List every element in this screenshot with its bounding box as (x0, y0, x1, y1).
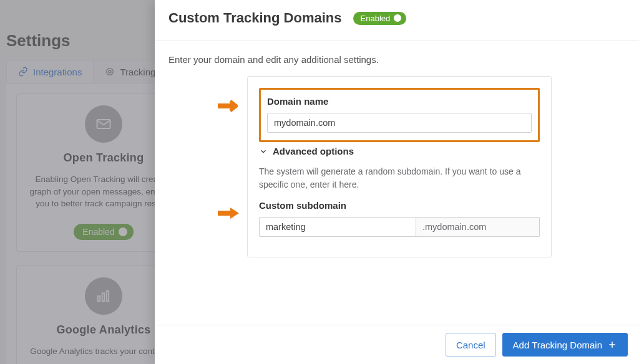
custom-subdomain-label: Custom subdomain (259, 200, 540, 211)
add-tracking-domain-button[interactable]: Add Tracking Domain (502, 333, 628, 357)
svg-rect-6 (218, 103, 235, 108)
callout-arrow-icon (218, 99, 243, 113)
domain-name-label: Domain name (267, 96, 532, 107)
highlight-domain-name: Domain name (259, 88, 540, 142)
subdomain-row: .mydomain.com (259, 217, 540, 237)
modal-footer: Cancel Add Tracking Domain (155, 325, 639, 364)
modal-intro-text: Enter your domain and edit any additiona… (168, 54, 625, 65)
svg-rect-7 (218, 211, 235, 216)
advanced-options-label: Advanced options (273, 146, 354, 156)
modal-body: Enter your domain and edit any additiona… (155, 41, 639, 325)
status-label: Enabled (361, 14, 391, 22)
toggle-knob (394, 14, 401, 22)
custom-subdomain-input[interactable] (259, 217, 416, 237)
cancel-button[interactable]: Cancel (446, 333, 496, 357)
callout-arrow-icon (218, 206, 243, 220)
subdomain-suffix: .mydomain.com (416, 217, 540, 237)
chevron-down-icon (259, 147, 268, 156)
status-toggle-enabled[interactable]: Enabled (353, 12, 407, 25)
subdomain-hint: The system will generate a random subdom… (259, 165, 540, 191)
advanced-options-toggle[interactable]: Advanced options (259, 146, 540, 156)
button-label: Add Tracking Domain (513, 340, 602, 350)
modal-header: Custom Tracking Domains Enabled (155, 0, 639, 41)
custom-subdomain-block: Custom subdomain .mydomain.com (259, 200, 540, 237)
button-label: Cancel (456, 340, 485, 350)
domain-name-input[interactable] (267, 113, 532, 133)
modal-custom-tracking-domains: Custom Tracking Domains Enabled Enter yo… (155, 0, 639, 364)
plus-icon (607, 340, 617, 350)
modal-title: Custom Tracking Domains (168, 10, 342, 26)
form-card: Domain name Advanced options The system … (247, 76, 552, 257)
